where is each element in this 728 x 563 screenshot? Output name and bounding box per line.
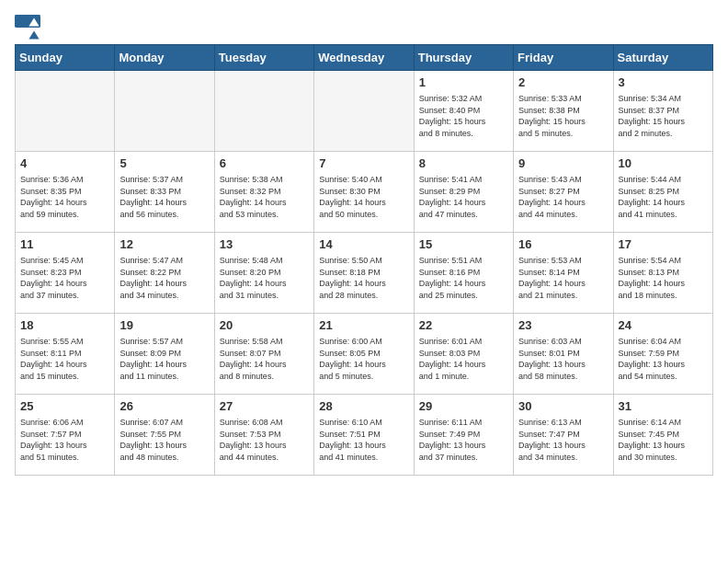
- day-number: 28: [319, 398, 408, 415]
- weekday-header-tuesday: Tuesday: [214, 45, 313, 71]
- day-number: 4: [20, 155, 109, 172]
- calendar-cell: 8Sunrise: 5:41 AM Sunset: 8:29 PM Daylig…: [414, 152, 513, 233]
- calendar-cell: 26Sunrise: 6:07 AM Sunset: 7:55 PM Dayli…: [115, 395, 214, 476]
- calendar-cell: 23Sunrise: 6:03 AM Sunset: 8:01 PM Dayli…: [514, 314, 613, 395]
- weekday-header-thursday: Thursday: [414, 45, 513, 71]
- day-number: 17: [619, 236, 708, 253]
- calendar-cell: 14Sunrise: 5:50 AM Sunset: 8:18 PM Dayli…: [314, 233, 414, 314]
- day-number: 31: [619, 398, 708, 415]
- day-number: 25: [20, 398, 109, 415]
- day-info: Sunrise: 6:14 AM Sunset: 7:45 PM Dayligh…: [619, 417, 708, 463]
- day-info: Sunrise: 6:10 AM Sunset: 7:51 PM Dayligh…: [319, 417, 408, 463]
- day-number: 10: [619, 155, 708, 172]
- day-number: 2: [518, 75, 608, 91]
- day-info: Sunrise: 5:45 AM Sunset: 8:23 PM Dayligh…: [20, 255, 109, 301]
- day-info: Sunrise: 6:06 AM Sunset: 7:57 PM Dayligh…: [20, 417, 109, 463]
- calendar-cell: 29Sunrise: 6:11 AM Sunset: 7:49 PM Dayli…: [414, 395, 513, 476]
- logo: [15, 15, 44, 40]
- day-number: 11: [20, 236, 109, 253]
- day-number: 20: [220, 317, 309, 334]
- calendar-cell: 16Sunrise: 5:53 AM Sunset: 8:14 PM Dayli…: [514, 233, 613, 314]
- week-row-3: 11Sunrise: 5:45 AM Sunset: 8:23 PM Dayli…: [16, 233, 713, 314]
- calendar-cell: 27Sunrise: 6:08 AM Sunset: 7:53 PM Dayli…: [214, 395, 313, 476]
- day-number: 9: [518, 155, 608, 172]
- day-number: 13: [220, 236, 309, 253]
- day-info: Sunrise: 6:04 AM Sunset: 7:59 PM Dayligh…: [619, 336, 708, 382]
- day-info: Sunrise: 5:53 AM Sunset: 8:14 PM Dayligh…: [518, 255, 608, 301]
- day-info: Sunrise: 5:43 AM Sunset: 8:27 PM Dayligh…: [518, 174, 608, 220]
- day-info: Sunrise: 5:38 AM Sunset: 8:32 PM Dayligh…: [220, 174, 309, 220]
- day-info: Sunrise: 5:44 AM Sunset: 8:25 PM Dayligh…: [619, 174, 708, 220]
- calendar-cell: 21Sunrise: 6:00 AM Sunset: 8:05 PM Dayli…: [314, 314, 414, 395]
- day-number: 1: [419, 75, 508, 91]
- calendar-cell: 6Sunrise: 5:38 AM Sunset: 8:32 PM Daylig…: [214, 152, 313, 233]
- calendar-cell: 11Sunrise: 5:45 AM Sunset: 8:23 PM Dayli…: [16, 233, 115, 314]
- week-row-4: 18Sunrise: 5:55 AM Sunset: 8:11 PM Dayli…: [16, 314, 713, 395]
- weekday-header-wednesday: Wednesday: [314, 45, 414, 71]
- day-info: Sunrise: 6:03 AM Sunset: 8:01 PM Dayligh…: [518, 336, 608, 382]
- calendar-cell: 24Sunrise: 6:04 AM Sunset: 7:59 PM Dayli…: [613, 314, 712, 395]
- day-info: Sunrise: 5:57 AM Sunset: 8:09 PM Dayligh…: [119, 336, 209, 382]
- day-info: Sunrise: 6:11 AM Sunset: 7:49 PM Dayligh…: [419, 417, 508, 463]
- day-info: Sunrise: 5:37 AM Sunset: 8:33 PM Dayligh…: [119, 174, 209, 220]
- calendar-cell: 18Sunrise: 5:55 AM Sunset: 8:11 PM Dayli…: [16, 314, 115, 395]
- day-info: Sunrise: 6:00 AM Sunset: 8:05 PM Dayligh…: [319, 336, 408, 382]
- calendar-cell: 22Sunrise: 6:01 AM Sunset: 8:03 PM Dayli…: [414, 314, 513, 395]
- calendar-cell: 20Sunrise: 5:58 AM Sunset: 8:07 PM Dayli…: [214, 314, 313, 395]
- calendar-cell: [16, 71, 115, 152]
- day-number: 29: [419, 398, 508, 415]
- calendar-cell: [314, 71, 414, 152]
- day-number: 24: [619, 317, 708, 334]
- day-info: Sunrise: 5:50 AM Sunset: 8:18 PM Dayligh…: [319, 255, 408, 301]
- day-info: Sunrise: 5:36 AM Sunset: 8:35 PM Dayligh…: [20, 174, 109, 220]
- day-number: 18: [20, 317, 109, 334]
- day-info: Sunrise: 5:54 AM Sunset: 8:13 PM Dayligh…: [619, 255, 708, 301]
- calendar-cell: 28Sunrise: 6:10 AM Sunset: 7:51 PM Dayli…: [314, 395, 414, 476]
- day-number: 5: [119, 155, 209, 172]
- day-number: 23: [518, 317, 608, 334]
- calendar-cell: 10Sunrise: 5:44 AM Sunset: 8:25 PM Dayli…: [613, 152, 712, 233]
- day-info: Sunrise: 6:13 AM Sunset: 7:47 PM Dayligh…: [518, 417, 608, 463]
- day-number: 19: [119, 317, 209, 334]
- calendar-cell: 25Sunrise: 6:06 AM Sunset: 7:57 PM Dayli…: [16, 395, 115, 476]
- day-number: 3: [619, 75, 708, 91]
- calendar-cell: [214, 71, 313, 152]
- calendar-cell: 17Sunrise: 5:54 AM Sunset: 8:13 PM Dayli…: [613, 233, 712, 314]
- day-number: 16: [518, 236, 608, 253]
- calendar-cell: [115, 71, 214, 152]
- day-info: Sunrise: 5:33 AM Sunset: 8:38 PM Dayligh…: [518, 93, 608, 139]
- day-info: Sunrise: 5:48 AM Sunset: 8:20 PM Dayligh…: [220, 255, 309, 301]
- calendar-cell: 13Sunrise: 5:48 AM Sunset: 8:20 PM Dayli…: [214, 233, 313, 314]
- day-info: Sunrise: 5:55 AM Sunset: 8:11 PM Dayligh…: [20, 336, 109, 382]
- day-info: Sunrise: 5:41 AM Sunset: 8:29 PM Dayligh…: [419, 174, 508, 220]
- day-number: 26: [119, 398, 209, 415]
- day-number: 22: [419, 317, 508, 334]
- day-number: 21: [319, 317, 408, 334]
- weekday-header-sunday: Sunday: [16, 45, 115, 71]
- day-info: Sunrise: 5:40 AM Sunset: 8:30 PM Dayligh…: [319, 174, 408, 220]
- weekday-header-friday: Friday: [514, 45, 613, 71]
- day-info: Sunrise: 5:47 AM Sunset: 8:22 PM Dayligh…: [119, 255, 209, 301]
- day-number: 6: [220, 155, 309, 172]
- calendar-cell: 3Sunrise: 5:34 AM Sunset: 8:37 PM Daylig…: [613, 71, 712, 152]
- logo-icon: [15, 15, 40, 40]
- calendar-cell: 2Sunrise: 5:33 AM Sunset: 8:38 PM Daylig…: [514, 71, 613, 152]
- weekday-header-saturday: Saturday: [613, 45, 712, 71]
- calendar-cell: 1Sunrise: 5:32 AM Sunset: 8:40 PM Daylig…: [414, 71, 513, 152]
- calendar-table: SundayMondayTuesdayWednesdayThursdayFrid…: [15, 44, 713, 476]
- week-row-2: 4Sunrise: 5:36 AM Sunset: 8:35 PM Daylig…: [16, 152, 713, 233]
- day-number: 8: [419, 155, 508, 172]
- calendar-cell: 5Sunrise: 5:37 AM Sunset: 8:33 PM Daylig…: [115, 152, 214, 233]
- calendar-cell: 15Sunrise: 5:51 AM Sunset: 8:16 PM Dayli…: [414, 233, 513, 314]
- week-row-1: 1Sunrise: 5:32 AM Sunset: 8:40 PM Daylig…: [16, 71, 713, 152]
- day-info: Sunrise: 6:01 AM Sunset: 8:03 PM Dayligh…: [419, 336, 508, 382]
- day-info: Sunrise: 5:58 AM Sunset: 8:07 PM Dayligh…: [220, 336, 309, 382]
- calendar-cell: 7Sunrise: 5:40 AM Sunset: 8:30 PM Daylig…: [314, 152, 414, 233]
- week-row-5: 25Sunrise: 6:06 AM Sunset: 7:57 PM Dayli…: [16, 395, 713, 476]
- calendar-cell: 30Sunrise: 6:13 AM Sunset: 7:47 PM Dayli…: [514, 395, 613, 476]
- calendar-cell: 19Sunrise: 5:57 AM Sunset: 8:09 PM Dayli…: [115, 314, 214, 395]
- calendar-cell: 12Sunrise: 5:47 AM Sunset: 8:22 PM Dayli…: [115, 233, 214, 314]
- day-number: 14: [319, 236, 408, 253]
- day-info: Sunrise: 5:34 AM Sunset: 8:37 PM Dayligh…: [619, 93, 708, 139]
- day-info: Sunrise: 5:51 AM Sunset: 8:16 PM Dayligh…: [419, 255, 508, 301]
